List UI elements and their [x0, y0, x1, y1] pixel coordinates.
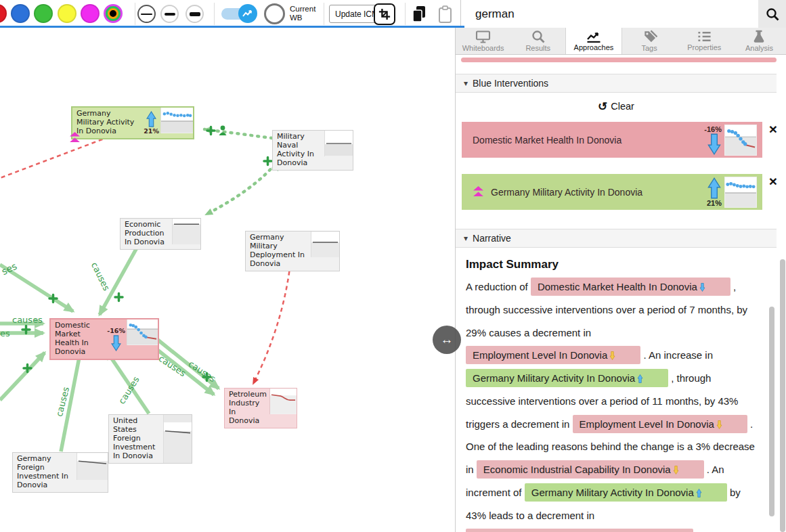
node-petroleum-industry[interactable]: Petroleum Industry In Donovia [224, 388, 297, 428]
node-germany-military-activity[interactable]: Germany Military Activity In Donovia 21% [71, 106, 194, 139]
tab-tags[interactable]: Tags [622, 28, 677, 54]
tab-label: Whiteboards [462, 44, 504, 52]
line-chart-icon [242, 9, 253, 18]
node-sparkline [172, 219, 200, 244]
blue-up-arrow-icon [146, 111, 156, 127]
approaches-chart-icon [586, 30, 601, 43]
tab-label: Properties [687, 43, 721, 51]
crop-button[interactable] [374, 3, 395, 25]
tab-whiteboards[interactable]: Whiteboards [456, 28, 510, 54]
chip-label: Employment Level In Donovia [580, 418, 714, 430]
crop-icon [378, 8, 391, 20]
panel-scrollbar[interactable] [780, 259, 785, 532]
color-swatch-blue[interactable] [11, 4, 30, 23]
node-sparkline [163, 415, 192, 463]
node-sparkline [269, 389, 297, 414]
clear-label: Clear [611, 101, 634, 112]
color-swatch-green[interactable] [34, 4, 53, 23]
clear-interventions-button[interactable]: ↺ Clear [456, 96, 777, 116]
current-wb-label: Current WB [290, 5, 325, 22]
edge-label: es [0, 328, 10, 338]
node-percent: 21% [144, 127, 159, 135]
node-label: Economic Production In Donovia [121, 219, 172, 249]
entity-chip-germany-military[interactable]: Germany Military Activity In Donovia [466, 369, 668, 387]
paste-button[interactable] [435, 5, 454, 24]
search-button[interactable] [758, 0, 786, 28]
chip-label: Economic Industrial Capability In Donovi… [483, 464, 671, 475]
intervention-card-domestic-market[interactable]: Domestic Market Health In Donovia -16% [462, 122, 762, 158]
gold-down-arrow-icon [716, 420, 723, 429]
chart-mode-toggle-knob[interactable] [238, 4, 257, 23]
color-swatch-red[interactable] [0, 4, 7, 23]
undo-icon: ↺ [598, 99, 607, 114]
node-us-foreign-investment[interactable]: United States Foreign Investment In Dono… [108, 414, 192, 464]
tab-approaches[interactable]: Approaches [565, 28, 621, 54]
blue-down-arrow-icon [707, 133, 722, 155]
remove-intervention-button[interactable]: × [766, 175, 781, 190]
entity-chip-employment-level[interactable]: Employment Level In Donovia [573, 415, 747, 433]
narrative-text: A reduction of [466, 281, 531, 292]
whiteboard-icon [475, 30, 491, 43]
blue-down-arrow-icon [111, 335, 121, 351]
stroke-thin-button[interactable] [137, 5, 156, 23]
section-header-narrative[interactable]: ▾ Narrative [456, 229, 777, 248]
caret-down-icon: ▾ [464, 234, 468, 243]
narrative-text: . An increase in [640, 349, 713, 361]
chip-label: Germany Military Activity In Donovia [531, 487, 694, 498]
resize-arrow-icon: ↔ [441, 332, 454, 347]
chip-label: Germany Military Activity In Donovia [473, 372, 635, 384]
panel-resize-handle[interactable]: ↔ [433, 326, 461, 354]
node-germany-military-deployment[interactable]: Germany Military Deployment In Donovia [245, 231, 340, 271]
intervention-card-germany-military[interactable]: Germany Military Activity In Donovia 21% [462, 174, 762, 210]
narrative-panel[interactable]: Impact Summary A reduction of Domestic M… [456, 248, 777, 532]
blue-up-arrow-icon [695, 489, 703, 497]
tab-analysis[interactable]: Analysis [732, 28, 786, 54]
gold-down-arrow-icon [672, 466, 680, 474]
tab-label: Tags [641, 44, 657, 52]
tags-icon [642, 30, 657, 43]
color-swatch-yellow[interactable] [58, 4, 77, 23]
node-military-naval-activity[interactable]: Military Naval Activity In Donovia [272, 130, 353, 171]
search-icon [766, 7, 779, 21]
properties-list-icon [697, 30, 712, 43]
node-sparkline [311, 231, 339, 257]
tab-label: Approaches [574, 43, 614, 51]
section-title: Blue Interventions [473, 78, 548, 89]
entity-chip-employment-level[interactable]: Employment Level In Donovia [466, 346, 640, 364]
search-input[interactable] [461, 0, 758, 28]
copy-button[interactable] [409, 5, 429, 24]
node-germany-foreign-investment[interactable]: Germany Foreign Investment In Donovia [12, 452, 108, 493]
card-label: Domestic Market Health In Donovia [473, 135, 621, 146]
section-header-blue-interventions[interactable]: ▾ Blue Interventions [456, 74, 777, 93]
remove-intervention-button[interactable]: × [766, 123, 781, 137]
toolbar-accent-line [0, 26, 464, 28]
color-swatch-magenta[interactable] [81, 4, 100, 23]
entity-chip-germany-military[interactable]: Germany Military Activity In Donovia [525, 483, 727, 502]
magenta-up-flags-icon [473, 186, 484, 198]
tab-properties[interactable]: Properties [677, 28, 732, 54]
clipboard-icon [438, 5, 452, 23]
stroke-thick-button[interactable] [185, 5, 204, 23]
entity-chip-economic-industrial[interactable]: Economic Industrial Capability In Donovi… [477, 460, 704, 479]
node-domestic-market-health[interactable]: Domestic Market Health In Donovia -16% [49, 318, 159, 360]
blue-down-arrow-icon [699, 283, 706, 292]
chip-label: Domestic Market Health In Donovia [538, 281, 697, 292]
entity-chip-economic-industrial[interactable]: Economic Industrial Capability In Donovi… [466, 529, 693, 532]
stroke-medium-button[interactable] [160, 5, 179, 23]
gold-down-arrow-icon [609, 351, 616, 360]
color-swatch-custom[interactable] [104, 4, 123, 23]
node-sparkline [77, 453, 108, 480]
current-wb-indicator[interactable] [264, 3, 285, 24]
tab-results[interactable]: Results [510, 28, 565, 54]
whiteboard-canvas[interactable]: ses causes es causes causes causes cause… [0, 28, 455, 532]
card-label: Germany Military Activity In Donovia [491, 187, 642, 198]
entity-chip-domestic-market[interactable]: Domestic Market Health In Donovia [531, 278, 730, 296]
results-search-icon [531, 30, 545, 43]
toolbar: Current WB Update ICM [0, 0, 786, 28]
analysis-flask-icon [753, 30, 765, 43]
narrative-scrollbar[interactable] [769, 307, 774, 516]
node-economic-production[interactable]: Economic Production In Donovia [120, 218, 201, 250]
section-title: Narrative [473, 233, 511, 244]
impact-summary-heading: Impact Summary [466, 258, 758, 271]
node-label: Germany Military Activity In Donovia [72, 108, 142, 138]
